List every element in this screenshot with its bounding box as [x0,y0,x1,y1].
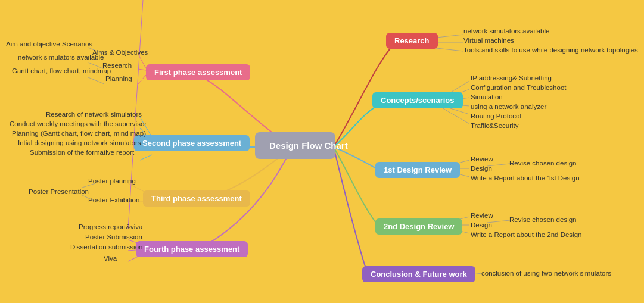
conclusion-node: Conclusion & Future work [362,266,475,282]
label-revise2: Revise chosen design [509,216,577,223]
label-research-net: Research of network simulators [46,111,142,118]
label-review2: Review [471,212,493,219]
svg-line-1 [138,69,146,70]
label-planning2: Planning (Gantt chart, flow chart, mind … [12,130,146,137]
label-review1: Review [471,155,493,163]
label-design2-item: Design [471,221,492,229]
label-conclusion-item: conclusion of using two network simulato… [481,270,611,277]
svg-line-10 [140,155,152,160]
label-simulation: Simulation [471,93,503,101]
label-tools-skills: Tools and skills to use while designing … [463,46,638,54]
label-design1-item: Design [471,165,492,172]
svg-line-27 [441,107,469,124]
label-config: Configuration and Troubleshoot [471,84,566,91]
phase-first-node: First phase assessment [146,64,250,80]
label-poster-exhibition: Poster Exhibition [88,196,139,204]
label-poster-presentation: Poster Presentation [29,188,89,195]
label-planning-item: Planning [105,75,132,82]
label-progress-viva: Progress report&viva [79,223,142,230]
label-report1: Write a Report about the 1st Design [471,174,580,182]
phase-fourth-node: Fourth phase assessment [136,241,248,257]
label-poster-planning: Poster planning [88,177,136,185]
label-routing: Routing Protocol [471,113,521,120]
label-report2: Write a Report about the 2nd Design [471,231,581,238]
label-aim-objective: Aim and objective Scenarios [6,40,92,48]
label-network-analyzer: using a network analyzer [471,103,546,110]
svg-line-0 [138,54,146,68]
label-dissertation: Dissertation submission [70,243,142,251]
label-virtual-machines: Virtual machines [463,37,514,44]
phase-third-node: Third phase assessment [143,190,250,207]
center-node: Design Flow Chart [255,132,335,159]
design2-node: 2nd Design Review [375,218,462,235]
label-ip: IP addressing& Subnetting [471,74,552,82]
research-node: Research [386,33,438,49]
label-viva: Viva [104,255,117,262]
label-poster-sub: Poster Submission [85,233,142,240]
label-traffic: Traffic&Security [471,122,519,129]
label-conduct: Conduct weekly meetings with the supervi… [10,120,147,127]
concepts-node: Concepts/scenarios [372,92,463,108]
svg-line-2 [138,75,146,84]
label-research-item: Research [102,62,132,69]
design1-node: 1st Design Review [375,162,460,178]
label-intial: Intial designing using network simulator… [18,139,141,146]
label-gantt: Gantt chart, flow chart, mindmap [12,67,111,74]
label-net-sim-avail: network simulators available [463,27,549,35]
svg-line-5 [88,77,104,84]
label-network-sim: network simulators available [18,54,104,61]
label-revise1: Revise chosen design [509,160,577,167]
phase-second-node: Second phase assessment [134,135,250,151]
label-submission-form: Submission of the formative report [30,149,134,156]
label-aims: Aims & Objectives [92,49,148,56]
